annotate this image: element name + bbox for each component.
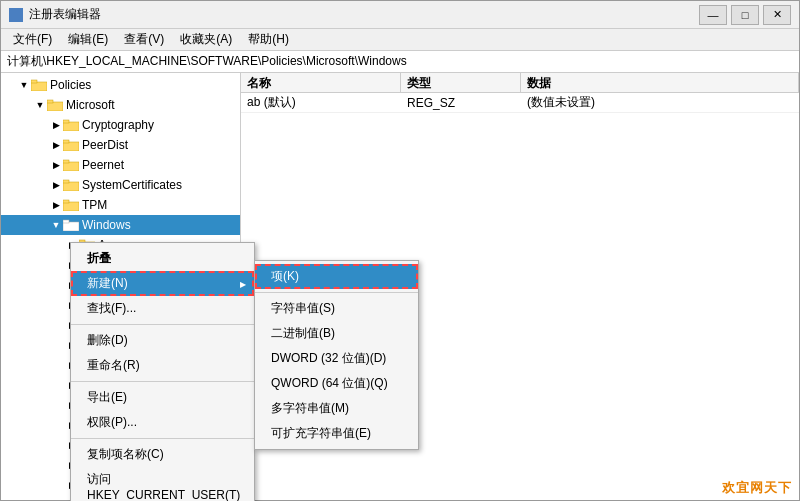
address-text: 计算机\HKEY_LOCAL_MACHINE\SOFTWARE\Policies… (7, 53, 407, 70)
maximize-button[interactable]: □ (731, 5, 759, 25)
sub-ctx-binary[interactable]: 二进制值(B) (255, 321, 418, 346)
ctx-find[interactable]: 查找(F)... (71, 296, 254, 321)
sub-ctx-dword[interactable]: DWORD (32 位值)(D) (255, 346, 418, 371)
minimize-button[interactable]: — (699, 5, 727, 25)
svg-rect-2 (47, 102, 63, 111)
folder-icon (63, 139, 79, 151)
ctx-sep3 (71, 438, 254, 439)
svg-rect-4 (63, 122, 79, 131)
ctx-copy-name[interactable]: 复制项名称(C) (71, 442, 254, 467)
ctx-sep2 (71, 381, 254, 382)
tree-item-windows[interactable]: ▼ Windows (1, 215, 240, 235)
svg-rect-15 (63, 220, 69, 223)
menu-edit[interactable]: 编辑(E) (60, 29, 116, 50)
svg-rect-10 (63, 182, 79, 191)
folder-icon (31, 79, 47, 91)
tree-item-peernet[interactable]: ▶ Peernet (1, 155, 240, 175)
ctx-access-hkcu[interactable]: 访问 HKEY_CURRENT_USER(T) (71, 467, 254, 501)
tree-item-policies[interactable]: ▼ Policies (1, 75, 240, 95)
folder-icon (63, 219, 79, 231)
tree-item-systemcerts[interactable]: ▶ SystemCertificates (1, 175, 240, 195)
tree-item-microsoft[interactable]: ▼ Microsoft (1, 95, 240, 115)
tree-item-tpm[interactable]: ▶ TPM (1, 195, 240, 215)
svg-rect-5 (63, 120, 69, 123)
sub-ctx-qword[interactable]: QWORD (64 位值)(Q) (255, 371, 418, 396)
tree-label: SystemCertificates (82, 178, 182, 192)
folder-icon (63, 199, 79, 211)
app-icon (9, 8, 23, 22)
close-button[interactable]: ✕ (763, 5, 791, 25)
svg-rect-12 (63, 202, 79, 211)
expand-icon[interactable]: ▶ (49, 158, 63, 172)
menu-bar: 文件(F) 编辑(E) 查看(V) 收藏夹(A) 帮助(H) (1, 29, 799, 51)
tree-label: TPM (82, 198, 107, 212)
menu-file[interactable]: 文件(F) (5, 29, 60, 50)
context-menu[interactable]: 折叠 新建(N) 查找(F)... 删除(D) 重命名(R) 导出(E) 权限(… (70, 242, 255, 501)
expand-icon[interactable]: ▶ (49, 118, 63, 132)
right-header: 名称 类型 数据 (241, 73, 799, 93)
tree-label: Policies (50, 78, 91, 92)
col-header-data: 数据 (521, 73, 799, 92)
window-controls: — □ ✕ (699, 5, 791, 25)
expand-icon[interactable]: ▼ (33, 98, 47, 112)
expand-icon[interactable]: ▶ (49, 178, 63, 192)
svg-rect-8 (63, 162, 79, 171)
col-header-name: 名称 (241, 73, 401, 92)
sub-ctx-multistring[interactable]: 多字符串值(M) (255, 396, 418, 421)
svg-rect-6 (63, 142, 79, 151)
watermark: 欢宜网天下 (722, 479, 792, 497)
folder-icon (63, 179, 79, 191)
tree-label: Peernet (82, 158, 124, 172)
tree-label: Cryptography (82, 118, 154, 132)
sub-ctx-string[interactable]: 字符串值(S) (255, 296, 418, 321)
tree-item-peerdist[interactable]: ▶ PeerDist (1, 135, 240, 155)
sub-ctx-expandstring[interactable]: 可扩充字符串值(E) (255, 421, 418, 446)
svg-rect-7 (63, 140, 69, 143)
ctx-rename[interactable]: 重命名(R) (71, 353, 254, 378)
folder-icon (63, 119, 79, 131)
svg-rect-13 (63, 200, 69, 203)
expand-icon[interactable]: ▶ (49, 198, 63, 212)
tree-label: Windows (82, 218, 131, 232)
sub-context-menu[interactable]: 项(K) 字符串值(S) 二进制值(B) DWORD (32 位值)(D) QW… (254, 260, 419, 450)
svg-rect-3 (47, 100, 53, 103)
title-bar: 注册表编辑器 — □ ✕ (1, 1, 799, 29)
menu-help[interactable]: 帮助(H) (240, 29, 297, 50)
expand-icon[interactable]: ▼ (17, 78, 31, 92)
reg-name: ab (默认) (241, 94, 401, 111)
sub-sep1 (255, 292, 418, 293)
reg-data: (数值未设置) (521, 94, 799, 111)
svg-rect-1 (31, 80, 37, 83)
col-header-type: 类型 (401, 73, 521, 92)
menu-view[interactable]: 查看(V) (116, 29, 172, 50)
ctx-new[interactable]: 新建(N) (71, 271, 254, 296)
folder-icon (63, 159, 79, 171)
svg-rect-14 (63, 222, 79, 231)
ctx-permissions[interactable]: 权限(P)... (71, 410, 254, 435)
window-title: 注册表编辑器 (29, 6, 699, 23)
ctx-export[interactable]: 导出(E) (71, 385, 254, 410)
sub-ctx-key[interactable]: 项(K) (255, 264, 418, 289)
ctx-delete[interactable]: 删除(D) (71, 328, 254, 353)
ctx-sep1 (71, 324, 254, 325)
expand-icon[interactable]: ▼ (49, 218, 63, 232)
svg-rect-9 (63, 160, 69, 163)
reg-row[interactable]: ab (默认) REG_SZ (数值未设置) (241, 93, 799, 113)
address-bar: 计算机\HKEY_LOCAL_MACHINE\SOFTWARE\Policies… (1, 51, 799, 73)
svg-rect-0 (31, 82, 47, 91)
reg-type: REG_SZ (401, 96, 521, 110)
tree-label: Microsoft (66, 98, 115, 112)
tree-item-cryptography[interactable]: ▶ Cryptography (1, 115, 240, 135)
folder-icon (47, 99, 63, 111)
svg-rect-11 (63, 180, 69, 183)
menu-favorites[interactable]: 收藏夹(A) (172, 29, 240, 50)
tree-label: PeerDist (82, 138, 128, 152)
ctx-collapse[interactable]: 折叠 (71, 246, 254, 271)
expand-icon[interactable]: ▶ (49, 138, 63, 152)
